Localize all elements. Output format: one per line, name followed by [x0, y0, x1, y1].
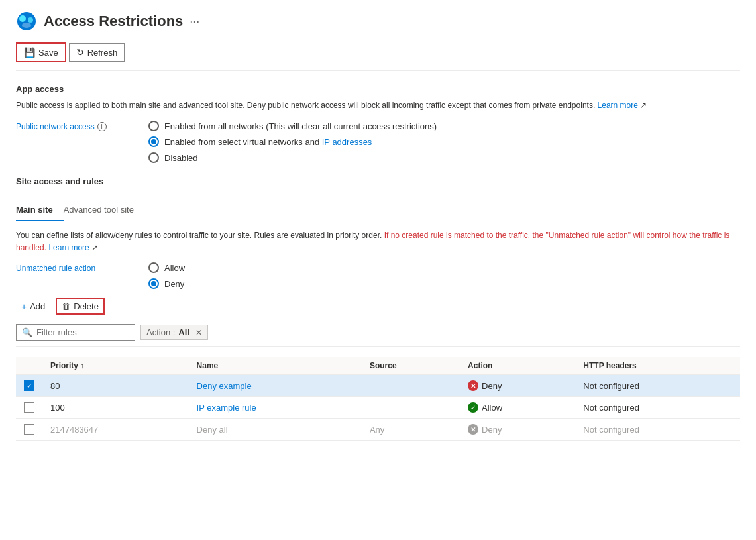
network-option-all-label: Enabled from all networks (This will cle… — [164, 121, 437, 131]
delete-rule-button[interactable]: 🗑 Delete — [56, 298, 105, 315]
site-access-title: Site access and rules — [16, 176, 740, 186]
row1-name-link[interactable]: Deny example — [197, 381, 252, 391]
unmatched-deny-label: Deny — [164, 279, 184, 289]
row1-checkbox[interactable] — [24, 380, 34, 391]
toolbar: 💾 Save ↻ Refresh — [16, 42, 740, 71]
unmatched-rule-radio-group: Allow Deny — [148, 262, 185, 289]
public-network-label: Public network access i — [16, 122, 122, 131]
row3-http-headers: Not configured — [575, 419, 740, 441]
row3-checkbox[interactable] — [24, 424, 34, 435]
row2-checkbox[interactable] — [24, 402, 34, 413]
action-filter-chip[interactable]: Action : All ✕ — [140, 325, 208, 340]
svg-point-3 — [22, 23, 31, 28]
chip-label: Action : — [146, 327, 175, 337]
unmatched-allow-option[interactable]: Allow — [148, 262, 185, 273]
svg-point-2 — [28, 17, 33, 23]
unmatched-rule-field: Unmatched rule action Allow Deny — [16, 262, 740, 289]
radio-all-outer — [148, 121, 159, 131]
header-more-options[interactable]: ··· — [189, 15, 199, 28]
svg-point-1 — [19, 15, 26, 22]
row3-source: Any — [362, 419, 460, 441]
col-checkbox — [16, 357, 42, 375]
save-button[interactable]: 💾 Save — [16, 42, 66, 62]
azure-app-icon — [16, 11, 37, 32]
radio-select-inner — [151, 139, 156, 144]
radio-deny-outer — [148, 278, 159, 289]
app-access-title: App access — [16, 84, 740, 94]
row3-action-deny: ✕ Deny — [468, 424, 567, 435]
col-source: Source — [362, 357, 460, 375]
delete-label: Delete — [74, 301, 99, 311]
deny-icon: ✕ — [468, 380, 478, 391]
row3-checkbox-cell[interactable] — [16, 419, 42, 441]
radio-allow-outer — [148, 262, 159, 273]
chip-value: All — [178, 327, 189, 337]
row3-action: ✕ Deny — [460, 419, 575, 441]
row2-action-allow: ✓ Allow — [468, 402, 567, 413]
row2-name-link[interactable]: IP example rule — [197, 403, 256, 413]
filter-rules-input[interactable] — [36, 327, 129, 337]
unmatched-deny-option[interactable]: Deny — [148, 278, 185, 289]
refresh-icon: ↻ — [76, 47, 84, 58]
row2-source — [362, 397, 460, 419]
save-icon: 💾 — [24, 47, 35, 58]
unmatched-allow-label: Allow — [164, 263, 185, 273]
rules-actions-row: + Add 🗑 Delete — [16, 298, 740, 315]
refresh-button[interactable]: ↻ Refresh — [69, 43, 125, 62]
row1-name[interactable]: Deny example — [189, 375, 362, 397]
external-link-icon: ↗ — [640, 101, 647, 110]
row1-action: ✕ Deny — [460, 375, 575, 397]
network-option-all[interactable]: Enabled from all networks (This will cle… — [148, 121, 437, 131]
network-option-disabled[interactable]: Disabled — [148, 152, 437, 163]
row2-name[interactable]: IP example rule — [189, 397, 362, 419]
app-access-section: App access Public access is applied to b… — [16, 84, 740, 163]
trash-icon: 🗑 — [62, 301, 70, 311]
filter-row: 🔍 Action : All ✕ — [16, 324, 740, 347]
ip-addresses-link[interactable]: IP addresses — [322, 137, 372, 147]
row2-http-headers: Not configured — [575, 397, 740, 419]
site-tabs-container: Main site Advanced tool site — [16, 199, 740, 221]
table-row: 80 Deny example ✕ Deny — [16, 375, 740, 397]
public-network-access-field: Public network access i Enabled from all… — [16, 121, 740, 163]
public-network-radio-group: Enabled from all networks (This will cle… — [148, 121, 437, 163]
allow-icon: ✓ — [468, 402, 478, 413]
network-option-select[interactable]: Enabled from select virtual networks and… — [148, 136, 437, 147]
site-tabs: Main site Advanced tool site — [16, 199, 740, 221]
row2-priority: 100 — [42, 397, 189, 419]
plus-icon: + — [21, 301, 27, 312]
network-option-select-label: Enabled from select virtual networks and… — [164, 137, 372, 147]
row1-priority: 80 — [42, 375, 189, 397]
add-label: Add — [30, 301, 45, 311]
col-priority: Priority ↑ — [42, 357, 189, 375]
tab-advanced-tool-site[interactable]: Advanced tool site — [64, 199, 144, 221]
radio-select-outer — [148, 136, 159, 147]
deny-gray-icon: ✕ — [468, 424, 478, 435]
table-header-row: Priority ↑ Name Source Action HTTP heade… — [16, 357, 740, 375]
page-title: Access Restrictions — [44, 13, 183, 30]
row2-checkbox-cell[interactable] — [16, 397, 42, 419]
radio-deny-inner — [151, 281, 156, 286]
col-action: Action — [460, 357, 575, 375]
app-access-learn-more[interactable]: Learn more — [598, 101, 638, 110]
tab-main-site[interactable]: Main site — [16, 199, 64, 221]
rules-table: Priority ↑ Name Source Action HTTP heade… — [16, 357, 740, 441]
app-access-description: Public access is applied to both main si… — [16, 99, 740, 111]
add-rule-button[interactable]: + Add — [16, 299, 50, 315]
row1-action-deny: ✕ Deny — [468, 380, 567, 391]
search-icon: 🔍 — [22, 327, 32, 337]
radio-disabled-outer — [148, 152, 159, 163]
filter-input-wrap[interactable]: 🔍 — [16, 324, 135, 341]
row1-http-headers: Not configured — [575, 375, 740, 397]
table-row: 100 IP example rule ✓ Allow — [16, 397, 740, 419]
unmatched-rule-label: Unmatched rule action — [16, 264, 122, 273]
col-name: Name — [189, 357, 362, 375]
row1-source — [362, 375, 460, 397]
row2-action: ✓ Allow — [460, 397, 575, 419]
rules-learn-more[interactable]: Learn more — [48, 243, 89, 252]
site-access-section: Site access and rules Main site Advanced… — [16, 176, 740, 441]
row3-name: Deny all — [189, 419, 362, 441]
rules-description: You can define lists of allow/deny rules… — [16, 229, 740, 254]
chip-clear-icon[interactable]: ✕ — [195, 328, 202, 337]
row1-checkbox-cell[interactable] — [16, 375, 42, 397]
table-row: 2147483647 Deny all Any ✕ Deny — [16, 419, 740, 441]
